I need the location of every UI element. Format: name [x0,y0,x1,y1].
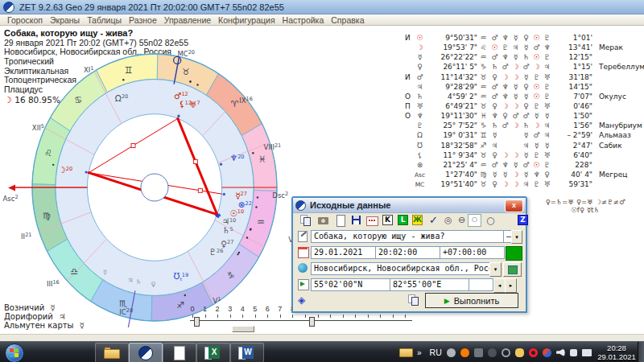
menu-item-разное[interactable]: Разное [129,15,157,25]
ruler-tick [205,315,206,318]
aux-field[interactable] [469,278,493,291]
table-row: ♇25° 7'52"♑♄♂☽♄☽♃1'56"Манубриум [405,121,644,130]
tray-shield-icon[interactable] [474,348,483,357]
tray-power-icon[interactable] [570,349,577,356]
svg-text:♋: ♋ [74,95,82,105]
calendar-icon [297,246,309,258]
menu-item-настройка[interactable]: Настройка [283,15,324,25]
l-button-icon[interactable]: L [397,214,410,227]
language-indicator[interactable]: RU [430,348,442,357]
latitude-field[interactable]: 55°02'00"N [311,278,390,291]
clock-icon[interactable]: ◎ [443,214,456,227]
bird-icon[interactable]: ✓ [427,214,440,227]
photo-icon[interactable] [317,214,330,227]
slider-mini-button[interactable] [232,326,254,332]
tray-opera-icon[interactable] [529,348,538,357]
svg-text:VIII21: VIII21 [264,142,282,151]
svg-text:Dsc2: Dsc2 [272,191,288,200]
title-bar: ZET 9.2.63 Geo 29 января 2021 Пт 20:02:0… [0,0,644,14]
event-name-field[interactable]: Собака, которую ищу - жива? [311,230,504,243]
run-button[interactable]: ▶Выполнить [425,293,518,308]
longitude-field[interactable]: 82°55'00"E [390,278,469,291]
table-row: И☉9°50'31"♒♂♆☿♀☉♇1°01' [405,33,644,43]
ruler-number: 6 [261,305,274,313]
clock-time: 20:28 [597,343,636,352]
taskbar-explorer-button[interactable] [95,343,129,362]
dialog-title-bar[interactable]: Исходные данные x [293,198,526,213]
taskbar-document-button[interactable] [163,343,196,362]
tray-app-icon-4[interactable] [543,348,551,357]
show-desktop-button[interactable] [638,342,644,362]
svg-text:IX16: IX16 [239,96,253,105]
close-icon[interactable]: x [505,200,523,212]
spin-left-icon[interactable]: ◂ [493,278,506,293]
ruler-tick [292,315,293,318]
taskbar-clock[interactable]: 20:28 29.01.2021 [597,343,636,361]
slider-track[interactable] [190,320,412,321]
play-icon: ▶ [444,297,450,305]
table-row: ♀26°11' 5"♑♄♂☽♂☽♃1°15'Теребеллум [405,62,644,72]
window-title: ZET 9.2.63 Geo 29 января 2021 Пт 20:02:0… [19,2,284,12]
tray-app-icon-3[interactable] [502,348,510,357]
zh-button-icon[interactable]: Ж [411,214,424,227]
ruler-tick [217,315,218,318]
menu-item-справка[interactable]: Справка [331,15,364,25]
almuten-line: Возничий☿ [4,303,85,312]
slider-handle-left[interactable] [194,317,200,327]
date-field[interactable]: 29.01.2021 [311,246,376,259]
table-icon[interactable] [365,214,378,227]
clock-date: 29.01.2021 [597,352,636,361]
svg-text:♊: ♊ [125,65,133,76]
table-row: ♃9°28'29"♒♂♆☿♀☉♇14'15" [405,82,644,92]
slider-handle-right[interactable] [309,317,315,327]
place-combo[interactable]: Новосибирск, Новосибирская обл., Россия [311,262,493,275]
svg-text:♎: ♎ [70,266,78,277]
tray-speaker-icon[interactable] [556,348,565,357]
svg-text:☿: ☿ [103,269,107,276]
rating-combo-arrow-icon[interactable]: ▾ [511,230,522,244]
planet-table: И☉9°50'31"♒♂♆☿♀☉♇1°01'☽19°53' 7"♌☉♇♃☿♂♆1… [405,33,644,189]
save-icon[interactable] [350,214,363,227]
spin-right-icon[interactable]: ▸ [505,278,517,293]
new-document-icon[interactable] [334,214,347,227]
menu-item-управление[interactable]: Управление [164,15,211,25]
menu-item-конфигурация[interactable]: Конфигурация [218,15,275,25]
svg-text:Asc2: Asc2 [3,194,19,203]
tray-antivirus-icon[interactable] [460,348,469,357]
almuten-line: Альмутен карты☿ [4,321,85,330]
place-combo-arrow-icon[interactable]: ▾ [489,262,502,277]
copy-icon[interactable] [299,214,312,227]
ruler-tick [230,315,231,318]
timezone-field[interactable]: +07:00:00 [440,246,505,259]
tray-chevron-icon[interactable]: » [417,348,422,357]
options-icon[interactable]: ◈ [297,294,309,306]
chain-line: ☉f♀ ☿t♄ [528,206,642,214]
svg-text:♑: ♑ [227,270,235,281]
taskbar-zet-button[interactable] [129,343,163,362]
taskbar-excel-button[interactable]: X [196,343,230,362]
ruler-tick [267,315,268,318]
time-field[interactable]: 20:02:00 [375,246,440,259]
menu-item-экраны[interactable]: Экраны [50,15,80,25]
large-circle-icon[interactable]: ○ [485,214,497,227]
system-tray: » RU [398,342,592,362]
ruler-number: 5 [249,305,262,313]
atlas-button[interactable] [503,262,522,277]
tray-app-icon-2[interactable] [488,348,497,357]
tray-cloud-icon[interactable] [515,348,524,357]
tray-app-icon-1[interactable] [447,348,456,357]
timezone-ok-button[interactable] [506,246,522,261]
table-row: ☽19°53' 7"♌☉♇♃☿♂♆13°41'Мерак [405,43,644,52]
ruler-tick [368,315,369,318]
small-circle-icon[interactable]: ○ [468,214,481,227]
k-button-icon[interactable]: K [382,214,394,227]
taskbar-word-button[interactable]: W [230,343,264,362]
tray-folder-icon[interactable] [399,348,413,357]
z-button-icon[interactable]: Z [517,214,530,227]
start-button[interactable] [5,343,24,362]
svg-text:MC20: MC20 [177,49,195,58]
tray-network-icon[interactable] [582,349,592,356]
copy-data-icon[interactable] [407,294,420,306]
menu-item-гороскоп[interactable]: Гороскоп [7,15,43,25]
menu-item-таблицы[interactable]: Таблицы [87,15,122,25]
